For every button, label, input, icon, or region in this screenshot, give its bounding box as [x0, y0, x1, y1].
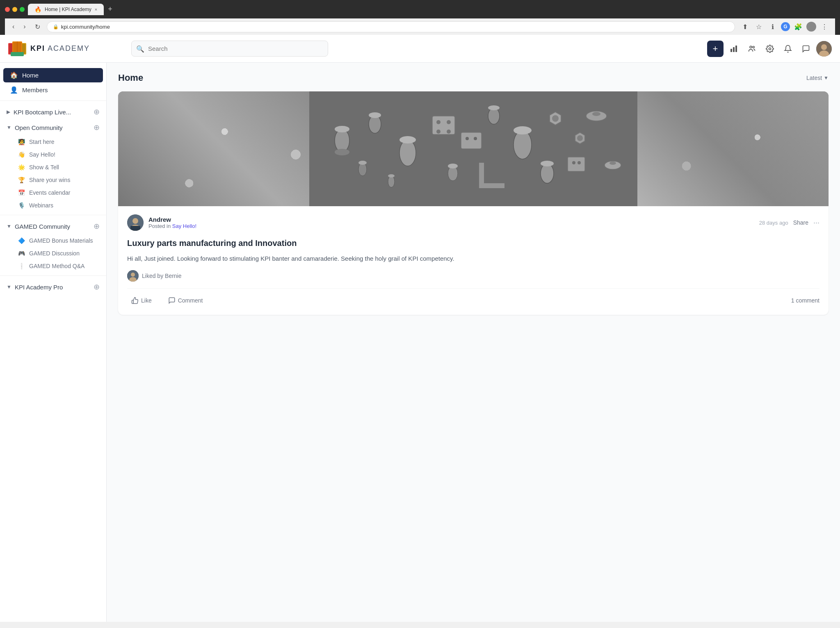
app-header: KPI ACADEMY 🔍 + [0, 35, 840, 63]
browser-profile-avatar[interactable] [806, 22, 816, 32]
sidebar-gamed-discussion-label: GAMED Discussion [29, 250, 80, 257]
post-channel-link[interactable]: Say Hello! [172, 223, 196, 229]
sidebar-webinars-label: Webinars [29, 202, 53, 209]
sidebar-item-gamed-discussion[interactable]: 🎮 GAMED Discussion [3, 247, 103, 259]
sidebar-item-show-tell[interactable]: 🌟 Show & Tell [3, 161, 103, 173]
thumbs-up-icon [131, 297, 139, 304]
svg-point-13 [769, 48, 771, 50]
members-icon-btn[interactable] [744, 41, 760, 57]
show-tell-icon: 🌟 [18, 164, 25, 171]
search-input[interactable] [131, 41, 328, 57]
kpi-logo-icon [8, 41, 26, 56]
sidebar-item-home[interactable]: 🏠 Home [3, 68, 103, 82]
search-icon: 🔍 [136, 45, 144, 52]
sidebar-home-label: Home [22, 72, 96, 79]
sidebar-item-members[interactable]: 👤 Members [3, 83, 103, 97]
sidebar-section-kpi-bootcamp[interactable]: ▶ KPI Bootcamp Live... ⊕ [0, 104, 106, 120]
browser-titlebar: 🔥 Home | KPI Academy × + [5, 3, 835, 15]
content-header: Home Latest ▼ [118, 73, 829, 83]
sidebar-item-events[interactable]: 📅 Events calendar [3, 187, 103, 199]
share-page-btn[interactable]: ⬆ [739, 21, 751, 32]
forward-btn[interactable]: › [21, 22, 28, 31]
active-tab[interactable]: 🔥 Home | KPI Academy × [28, 4, 104, 15]
svg-point-62 [131, 273, 135, 277]
liked-by-text: Liked by Bernie [142, 273, 182, 279]
minimize-window-btn[interactable] [12, 7, 17, 12]
posted-in-prefix: Posted in [148, 223, 172, 229]
comment-btn[interactable]: Comment [164, 294, 207, 307]
sidebar-gamed-community-label: GAMED Community [15, 223, 70, 230]
maximize-window-btn[interactable] [20, 7, 25, 12]
notifications-icon-btn[interactable] [780, 41, 796, 57]
content-area: Home Latest ▼ [107, 63, 840, 622]
window-controls [5, 7, 25, 12]
tab-bar: 🔥 Home | KPI Academy × + [28, 3, 116, 15]
sidebar-item-share-wins[interactable]: 🏆 Share your wins [3, 174, 103, 186]
sidebar-kpi-bootcamp-label: KPI Bootcamp Live... [14, 109, 71, 116]
post-body: Andrew Posted in Say Hello! 28 days ago … [118, 206, 829, 315]
create-post-btn[interactable]: + [707, 41, 724, 57]
open-community-add-icon[interactable]: ⊕ [94, 123, 100, 132]
close-window-btn[interactable] [5, 7, 10, 12]
sidebar-section-kpi-pro[interactable]: ▼ KPI Academy Pro ⊕ [0, 279, 106, 295]
liked-by-user: Bernie [165, 273, 181, 279]
post-footer: Like Comment 1 comment [127, 288, 819, 307]
post-more-btn[interactable]: ··· [813, 218, 819, 227]
back-btn[interactable]: ‹ [10, 22, 17, 31]
post-channel-info: Posted in Say Hello! [148, 223, 754, 229]
sidebar-section-gamed-community[interactable]: ▼ GAMED Community ⊕ [0, 218, 106, 234]
events-icon: 📅 [18, 189, 25, 196]
start-here-icon: 🧑‍🏫 [18, 139, 25, 145]
logo-area: KPI ACADEMY [8, 41, 123, 56]
lock-icon: 🔒 [53, 24, 59, 30]
gamed-discussion-icon: 🎮 [18, 250, 25, 257]
chart-icon-btn[interactable] [726, 41, 742, 57]
sidebar-section-open-community[interactable]: ▼ Open Community ⊕ [0, 120, 106, 135]
browser-more-btn[interactable]: ⋮ [819, 21, 830, 32]
chat-icon-btn[interactable] [798, 41, 814, 57]
sidebar-item-gamed-method[interactable]: ❕ GAMED Method Q&A [3, 260, 103, 272]
liked-by-prefix: Liked by [142, 273, 165, 279]
like-btn[interactable]: Like [127, 294, 156, 307]
reload-btn[interactable]: ↻ [32, 22, 43, 32]
kpi-bootcamp-add-icon[interactable]: ⊕ [94, 107, 100, 116]
sidebar-item-say-hello[interactable]: 👋 Say Hello! [3, 148, 103, 161]
post-author-name: Andrew [148, 216, 754, 223]
svg-rect-8 [730, 49, 732, 52]
user-avatar[interactable] [816, 41, 832, 57]
chevron-right-icon: ▶ [7, 109, 10, 115]
post-likes: Liked by Bernie [127, 270, 819, 282]
sidebar-show-tell-label: Show & Tell [29, 164, 59, 171]
home-icon: 🏠 [10, 71, 18, 79]
svg-rect-10 [735, 46, 737, 52]
extensions-btn[interactable]: 🧩 [792, 21, 804, 32]
post-top-actions: Share ··· [793, 218, 819, 227]
kpi-pro-add-icon[interactable]: ⊕ [94, 282, 100, 291]
comment-count: 1 comment [791, 297, 819, 304]
gamed-community-add-icon[interactable]: ⊕ [94, 222, 100, 231]
sidebar-item-gamed-bonus[interactable]: 🔷 GAMED Bonus Materials [3, 234, 103, 247]
chat-icon [802, 45, 810, 53]
gamed-bonus-icon: 🔷 [18, 237, 25, 244]
post-image [118, 91, 829, 206]
url-field[interactable]: 🔒 kpi.community/home [47, 21, 735, 32]
liker-avatar [127, 270, 139, 282]
bookmark-btn[interactable]: ☆ [753, 21, 765, 32]
share-wins-icon: 🏆 [18, 177, 25, 183]
main-layout: 🏠 Home 👤 Members ▶ KPI Bootcamp Live... … [0, 63, 840, 622]
comment-icon [168, 297, 176, 304]
sort-btn[interactable]: Latest ▼ [806, 75, 829, 81]
tab-close-btn[interactable]: × [95, 7, 97, 12]
chevron-down-icon: ▼ [7, 125, 11, 130]
info-btn[interactable]: ℹ [767, 21, 778, 32]
post-meta: Andrew Posted in Say Hello! 28 days ago … [127, 214, 819, 231]
google-account-icon[interactable]: G [781, 22, 790, 31]
address-bar: ‹ › ↻ 🔒 kpi.community/home ⬆ ☆ ℹ G 🧩 ⋮ [5, 18, 835, 35]
settings-icon-btn[interactable] [762, 41, 778, 57]
post-share-btn[interactable]: Share [793, 219, 808, 226]
post-author-avatar [127, 214, 144, 231]
sidebar-item-webinars[interactable]: 🎙️ Webinars [3, 199, 103, 212]
members-sidebar-icon: 👤 [10, 86, 18, 94]
sidebar-item-start-here[interactable]: 🧑‍🏫 Start here [3, 136, 103, 148]
new-tab-btn[interactable]: + [105, 3, 116, 15]
